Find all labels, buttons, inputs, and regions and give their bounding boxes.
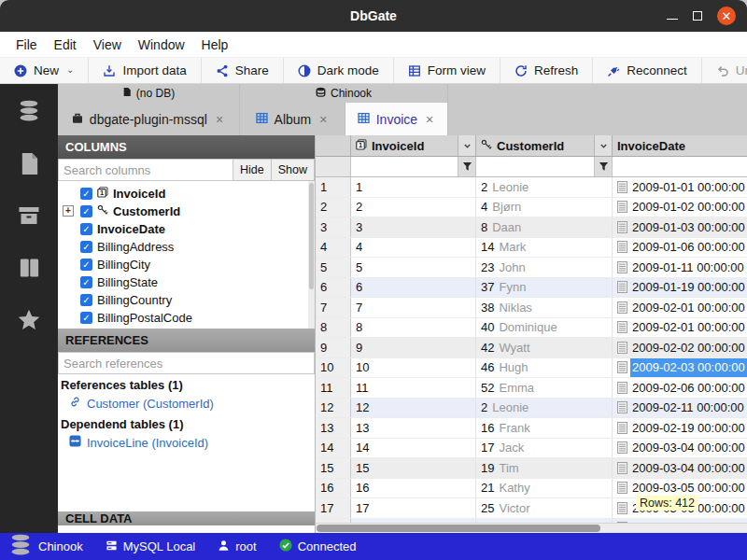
sidebar-database-icon[interactable] (17, 99, 41, 123)
filter-funnel-icon[interactable] (594, 157, 612, 176)
row-number-cell[interactable]: 5 (316, 258, 351, 277)
invoice-date-cell[interactable]: 2009-01-03 00:00:00 (613, 217, 747, 237)
row-number-cell[interactable]: 6 (316, 278, 351, 298)
customer-id-cell[interactable]: 19Tim (476, 458, 613, 478)
sidebar-file-icon[interactable] (17, 151, 41, 175)
customer-id-cell[interactable]: 40Dominique (476, 318, 613, 338)
horizontal-scrollbar-thumb[interactable] (317, 525, 600, 532)
customer-id-cell[interactable]: 38Niklas (476, 298, 613, 317)
row-number-cell[interactable]: 10 (316, 358, 351, 378)
row-number-cell[interactable]: 17 (316, 498, 351, 518)
invoice-date-cell[interactable]: 2009-02-01 00:00:00 (613, 318, 747, 338)
checkbox-checked-icon[interactable]: ✓ (80, 188, 92, 200)
column-sort-dropdown[interactable] (594, 135, 612, 156)
invoice-date-cell[interactable]: 2009-02-06 00:00:00 (613, 378, 747, 398)
row-number-cell[interactable]: 12 (316, 399, 351, 418)
invoice-id-cell[interactable]: 14 (351, 439, 476, 458)
menu-item-edit[interactable]: Edit (46, 35, 85, 55)
invoice-id-cell[interactable]: 10 (351, 358, 476, 378)
column-item-invoicedate[interactable]: ✓InvoiceDate (58, 220, 315, 238)
checkbox-checked-icon[interactable]: ✓ (80, 276, 92, 288)
column-header-invoicedate[interactable]: InvoiceDate (613, 135, 747, 156)
invoice-id-cell[interactable]: 1 (351, 177, 476, 197)
refresh-button[interactable]: Refresh (500, 58, 593, 83)
references-panel-header[interactable]: REFERENCES (58, 329, 315, 352)
customer-id-cell[interactable]: 2Leonie (476, 399, 613, 418)
new-button[interactable]: New⌄ (0, 58, 89, 83)
invoice-id-cell[interactable]: 13 (351, 418, 476, 438)
minimize-button[interactable] (667, 12, 678, 20)
checkbox-checked-icon[interactable]: ✓ (80, 241, 92, 253)
horizontal-scrollbar[interactable] (316, 523, 747, 533)
columns-scrollbar-thumb[interactable] (309, 183, 314, 289)
row-number-cell[interactable]: 7 (316, 298, 351, 317)
expand-icon[interactable]: + (63, 205, 74, 217)
row-number-cell[interactable]: 2 (316, 198, 351, 217)
sidebar-archive-icon[interactable] (17, 203, 41, 228)
invoice-date-cell[interactable]: 2009-03-04 00:00:00 (613, 439, 747, 458)
invoice-id-cell[interactable]: 8 (351, 318, 476, 338)
filter-funnel-icon[interactable] (458, 157, 475, 176)
close-button[interactable]: ✕ (717, 7, 736, 25)
row-number-cell[interactable]: 15 (316, 458, 351, 478)
row-number-cell[interactable]: 13 (316, 418, 351, 438)
column-item-billingstate[interactable]: ✓BillingState (58, 273, 315, 291)
sidebar-book-icon[interactable] (17, 256, 41, 280)
share-button[interactable]: Share (202, 58, 284, 83)
search-columns-input[interactable] (58, 159, 233, 181)
customer-id-cell[interactable]: 4Bjørn (476, 198, 613, 217)
invoice-date-cell[interactable]: 2009-02-11 00:00:00 (613, 399, 747, 418)
menu-item-help[interactable]: Help (193, 35, 237, 55)
invoice-id-cell[interactable]: 2 (351, 198, 476, 217)
row-number-cell[interactable]: 4 (316, 238, 351, 258)
tab-invoice[interactable]: Invoice× (345, 103, 448, 135)
invoice-id-cell[interactable]: 11 (351, 378, 476, 398)
statusbar-item-mysql-local[interactable]: MySQL Local (106, 539, 196, 554)
close-icon[interactable]: × (424, 112, 435, 127)
menu-item-file[interactable]: File (7, 35, 46, 55)
checkbox-checked-icon[interactable]: ✓ (80, 205, 92, 217)
column-sort-dropdown[interactable] (458, 135, 475, 156)
column-item-billingcity[interactable]: ✓BillingCity (58, 256, 315, 273)
column-item-invoiceid[interactable]: ✓1InvoiceId (58, 185, 315, 203)
row-number-cell[interactable]: 14 (316, 439, 351, 458)
show-button[interactable]: Show (272, 159, 315, 181)
invoice-date-cell[interactable]: 2009-02-02 00:00:00 (613, 338, 747, 357)
customer-id-cell[interactable]: 42Wyatt (476, 338, 613, 357)
customer-id-cell[interactable]: 52Emma (476, 378, 613, 398)
invoice-id-cell[interactable]: 17 (351, 498, 476, 518)
statusbar-item-chinook[interactable]: Chinook (8, 533, 83, 560)
invoice-date-cell[interactable]: 2009-01-06 00:00:00 (613, 238, 747, 258)
import-data-button[interactable]: Import data (89, 58, 201, 83)
menu-item-window[interactable]: Window (130, 35, 193, 55)
invoice-id-cell[interactable]: 16 (351, 479, 476, 498)
search-references-input[interactable] (58, 352, 315, 374)
columns-scrollbar[interactable] (308, 181, 315, 329)
customer-id-cell[interactable]: 17Jack (476, 439, 613, 458)
maximize-button[interactable] (693, 11, 702, 21)
columns-panel-header[interactable]: COLUMNS (58, 135, 315, 159)
row-number-cell[interactable]: 8 (316, 318, 351, 338)
customer-id-cell[interactable]: 37Fynn (476, 278, 613, 298)
invoice-id-cell[interactable]: 6 (351, 278, 476, 298)
close-icon[interactable]: × (317, 112, 329, 127)
invoice-id-cell[interactable]: 7 (351, 298, 476, 317)
filter-input[interactable] (613, 157, 747, 176)
close-icon[interactable]: × (214, 112, 225, 127)
reference-link-customer[interactable]: Customer (CustomerId) (58, 394, 315, 413)
filter-input[interactable] (476, 157, 594, 176)
sidebar-star-icon[interactable] (17, 308, 41, 332)
invoice-date-cell[interactable]: 2009-02-03 00:00:00 (613, 358, 747, 378)
column-item-billingpostalcode[interactable]: ✓BillingPostalCode (58, 309, 315, 327)
invoice-date-cell[interactable]: 2009-02-01 00:00:00 (613, 298, 747, 317)
customer-id-cell[interactable]: 14Mark (476, 238, 613, 258)
row-number-cell[interactable]: 9 (316, 338, 351, 357)
invoice-date-cell[interactable]: 2009-03-05 00:00:00 (613, 479, 747, 498)
tab-dbgate-plugin-mssql[interactable]: dbgate-plugin-mssql× (58, 103, 240, 135)
checkbox-checked-icon[interactable]: ✓ (80, 259, 92, 271)
tab-album[interactable]: Album× (240, 103, 345, 135)
reconnect-button[interactable]: Reconnect (593, 58, 702, 83)
invoice-date-cell[interactable]: 2009-01-01 00:00:00 (613, 177, 747, 197)
row-number-cell[interactable]: 1 (316, 177, 351, 197)
customer-id-cell[interactable]: 2Leonie (476, 177, 613, 197)
